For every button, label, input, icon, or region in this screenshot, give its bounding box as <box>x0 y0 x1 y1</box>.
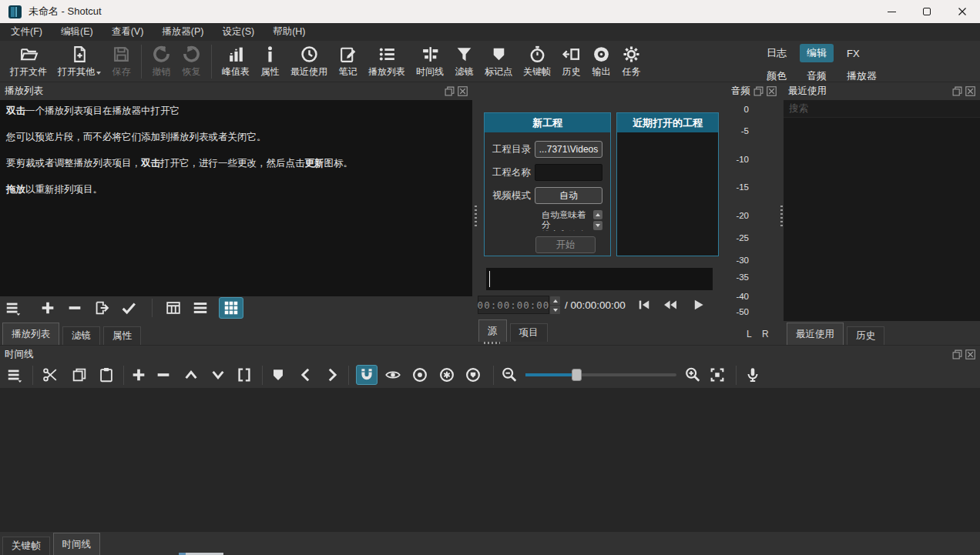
tab-filters[interactable]: 滤镜 <box>62 326 100 345</box>
player-dock-handle[interactable] <box>484 342 500 344</box>
playlist-button[interactable]: 播放列表 <box>363 44 411 79</box>
peak-meter-button[interactable]: 峰值表 <box>216 44 255 79</box>
playlist-add-button[interactable] <box>39 299 56 316</box>
open-file-button[interactable]: 打开文件 <box>5 44 52 79</box>
marker-button[interactable] <box>270 366 287 383</box>
float-panel-button[interactable] <box>952 349 962 359</box>
notes-button[interactable]: 笔记 <box>333 44 363 79</box>
tab-keyframes[interactable]: 关键帧 <box>2 537 50 555</box>
tab-source[interactable]: 源 <box>478 319 507 342</box>
play-button[interactable] <box>690 297 706 313</box>
timeline-menu-button[interactable] <box>6 366 23 383</box>
ripple-all-button[interactable] <box>438 366 455 383</box>
search-input[interactable] <box>784 100 980 118</box>
overwrite-button[interactable] <box>210 366 227 383</box>
seek-bar[interactable] <box>486 268 713 290</box>
timeline-tracks-area[interactable] <box>0 388 980 532</box>
ripple-markers-button[interactable] <box>465 366 482 383</box>
keyframes-button[interactable]: 关键帧 <box>518 44 556 79</box>
timecode-field[interactable]: 00:00:00:00 <box>478 296 549 314</box>
append-button[interactable] <box>130 366 147 383</box>
timeline-button[interactable]: 时间线 <box>411 44 449 79</box>
tab-properties[interactable]: 属性 <box>103 326 141 345</box>
video-mode-button[interactable]: 自动 <box>535 187 602 204</box>
close-panel-button[interactable] <box>767 86 777 96</box>
tab-playlist[interactable]: 播放列表 <box>2 323 59 345</box>
view-tiles-button[interactable] <box>192 299 209 316</box>
markers-button[interactable]: 标记点 <box>479 44 518 79</box>
playlist-remove-button[interactable] <box>66 299 83 316</box>
copy-button[interactable] <box>71 366 88 383</box>
skip-start-button[interactable] <box>636 297 652 313</box>
recent-projects-list[interactable] <box>617 132 718 256</box>
zoom-in-button[interactable] <box>684 366 701 383</box>
zoom-out-button[interactable] <box>501 366 518 383</box>
filters-button[interactable]: 滤镜 <box>449 44 479 79</box>
tab-project[interactable]: 项目 <box>510 323 548 342</box>
record-audio-button[interactable] <box>744 366 761 383</box>
menu-help[interactable]: 帮助(H) <box>263 23 314 41</box>
timecode-up-button[interactable] <box>550 296 560 305</box>
layout-editing-button[interactable]: 编辑 <box>800 44 834 62</box>
next-marker-button[interactable] <box>324 366 341 383</box>
close-panel-button[interactable] <box>965 86 975 96</box>
zoom-fit-button[interactable] <box>709 366 726 383</box>
project-name-input[interactable] <box>535 164 602 181</box>
playlist-menu-button[interactable] <box>5 299 22 316</box>
close-panel-button[interactable] <box>458 86 468 96</box>
timecode-down-button[interactable] <box>550 306 560 314</box>
start-button[interactable]: 开始 <box>535 236 596 253</box>
ripple-button[interactable] <box>411 366 428 383</box>
lift-button[interactable] <box>183 366 200 383</box>
tab-recent[interactable]: 最近使用 <box>787 323 844 345</box>
split-button[interactable] <box>236 366 253 383</box>
view-details-button[interactable] <box>165 299 182 316</box>
maximize-button[interactable] <box>909 0 945 23</box>
timeline-zoom-slider[interactable] <box>525 373 676 376</box>
float-panel-button[interactable] <box>952 86 962 96</box>
float-panel-button[interactable] <box>753 86 764 96</box>
scrub-button[interactable] <box>384 366 401 383</box>
history-button[interactable]: 历史 <box>556 44 586 79</box>
scroll-up-button[interactable] <box>593 210 602 219</box>
close-panel-button[interactable] <box>965 349 975 359</box>
view-icons-button[interactable] <box>219 297 243 319</box>
float-panel-button[interactable] <box>445 86 455 96</box>
splitter-handle[interactable] <box>475 206 477 226</box>
output-button[interactable]: 输出 <box>586 44 616 79</box>
cut-button[interactable] <box>42 366 59 383</box>
playlist-update-button[interactable] <box>120 299 137 316</box>
redo-button[interactable]: 恢复 <box>176 44 206 79</box>
prev-marker-button[interactable] <box>297 366 314 383</box>
layout-logging-button[interactable]: 日志 <box>760 44 794 62</box>
menu-settings[interactable]: 设定(S) <box>213 23 263 41</box>
jobs-button[interactable]: 任务 <box>616 44 646 79</box>
zoom-slider-handle[interactable] <box>572 369 582 381</box>
ripple-delete-icon <box>155 366 172 383</box>
snap-button[interactable] <box>356 365 378 385</box>
recent-button[interactable]: 最近使用 <box>285 44 333 79</box>
menu-file[interactable]: 文件(F) <box>2 23 52 41</box>
layout-fx-button[interactable]: FX <box>840 45 867 62</box>
tab-timeline[interactable]: 时间线 <box>53 533 101 555</box>
menu-view[interactable]: 查看(V) <box>102 23 153 41</box>
properties-button[interactable]: 属性 <box>255 44 285 79</box>
minimize-button[interactable] <box>874 0 909 23</box>
rewind-button[interactable] <box>663 297 678 313</box>
menu-player[interactable]: 播放器(P) <box>153 23 213 41</box>
tab-history[interactable]: 历史 <box>847 326 884 345</box>
undo-button[interactable]: 撤销 <box>146 44 176 79</box>
toolbar-separator <box>123 366 124 385</box>
save-button[interactable]: 保存 <box>106 44 136 79</box>
playlist-open-item-button[interactable] <box>93 299 110 316</box>
recent-files-list[interactable] <box>784 118 980 321</box>
playhead-cursor[interactable] <box>489 271 490 287</box>
project-folder-button[interactable]: ...7371\Videos <box>535 141 602 158</box>
menu-edit[interactable]: 编辑(E) <box>52 23 102 41</box>
splitter-handle[interactable] <box>780 206 783 226</box>
scroll-down-button[interactable] <box>593 221 602 230</box>
open-other-button[interactable]: 打开其他 <box>52 44 106 79</box>
close-button[interactable] <box>945 0 980 23</box>
paste-button[interactable] <box>98 366 115 383</box>
ripple-delete-button[interactable] <box>155 366 172 383</box>
